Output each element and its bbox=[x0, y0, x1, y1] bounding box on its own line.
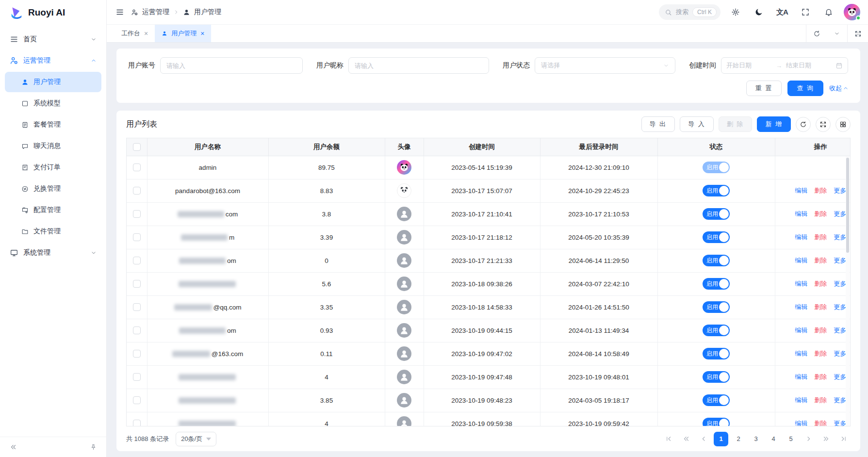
edit-link[interactable]: 编辑 bbox=[795, 280, 807, 287]
tab-workbench[interactable]: 工作台 × bbox=[115, 25, 155, 42]
jump-back-button[interactable] bbox=[679, 432, 693, 446]
more-link[interactable]: 更多 bbox=[834, 420, 846, 426]
pin-icon[interactable] bbox=[87, 441, 99, 454]
settings-gear-icon[interactable] bbox=[727, 4, 744, 20]
select-all-checkbox[interactable] bbox=[133, 143, 141, 151]
sidebar-subitem-package[interactable]: 套餐管理 bbox=[5, 114, 101, 135]
row-checkbox[interactable] bbox=[133, 280, 141, 288]
more-link[interactable]: 更多 bbox=[834, 257, 846, 264]
more-link[interactable]: 更多 bbox=[834, 396, 846, 404]
status-select[interactable]: 请选择 bbox=[535, 57, 675, 74]
delete-link[interactable]: 删除 bbox=[814, 373, 827, 380]
content-fullscreen-icon[interactable] bbox=[848, 25, 868, 42]
sidebar-item-operations[interactable]: 运营管理 bbox=[5, 50, 101, 71]
delete-link[interactable]: 删除 bbox=[814, 326, 827, 334]
refresh-table-icon[interactable] bbox=[796, 117, 811, 132]
more-link[interactable]: 更多 bbox=[834, 303, 846, 310]
brand[interactable]: Ruoyi AI bbox=[0, 0, 106, 25]
edit-link[interactable]: 编辑 bbox=[795, 187, 807, 194]
row-checkbox[interactable] bbox=[133, 163, 141, 171]
tab-user-management[interactable]: 用户管理 × bbox=[155, 25, 211, 42]
page-size-select[interactable]: 20条/页 bbox=[176, 432, 216, 446]
chevron-down-icon[interactable] bbox=[827, 25, 847, 42]
sidebar-subitem-order[interactable]: 支付订单 bbox=[5, 157, 101, 178]
jump-forward-button[interactable] bbox=[819, 432, 833, 446]
sidebar-subitem-config[interactable]: 配置管理 bbox=[5, 200, 101, 220]
row-checkbox[interactable] bbox=[133, 373, 141, 381]
sidebar-subitem-exchange[interactable]: 兑换管理 bbox=[5, 179, 101, 199]
collapse-filters-link[interactable]: 收起 bbox=[829, 84, 849, 93]
row-checkbox[interactable] bbox=[133, 210, 141, 218]
table-fullscreen-icon[interactable] bbox=[816, 117, 831, 132]
next-page-button[interactable] bbox=[801, 432, 816, 446]
page-button-4[interactable]: 4 bbox=[766, 432, 781, 446]
language-translate-icon[interactable]: 文A bbox=[774, 4, 790, 20]
sidebar-item-home[interactable]: 首页 bbox=[5, 29, 101, 49]
delete-link[interactable]: 删除 bbox=[814, 396, 827, 404]
status-toggle[interactable]: 启用 bbox=[703, 418, 730, 426]
edit-link[interactable]: 编辑 bbox=[795, 326, 807, 334]
edit-link[interactable]: 编辑 bbox=[795, 373, 807, 380]
row-checkbox[interactable] bbox=[133, 303, 141, 311]
status-toggle[interactable]: 启用 bbox=[703, 394, 730, 406]
page-button-3[interactable]: 3 bbox=[749, 432, 763, 446]
collapse-sidebar-button[interactable] bbox=[7, 441, 19, 454]
import-button[interactable]: 导 入 bbox=[680, 116, 714, 132]
delete-button[interactable]: 删 除 bbox=[719, 116, 753, 132]
page-button-2[interactable]: 2 bbox=[731, 432, 746, 446]
status-toggle[interactable]: 启用 bbox=[703, 255, 730, 266]
table-scrollbar[interactable] bbox=[846, 156, 850, 426]
delete-link[interactable]: 删除 bbox=[814, 210, 827, 217]
sidebar-item-system[interactable]: 系统管理 bbox=[5, 243, 101, 263]
more-link[interactable]: 更多 bbox=[834, 210, 846, 217]
edit-link[interactable]: 编辑 bbox=[795, 210, 807, 217]
more-link[interactable]: 更多 bbox=[834, 280, 846, 287]
edit-link[interactable]: 编辑 bbox=[795, 303, 807, 310]
delete-link[interactable]: 删除 bbox=[814, 233, 827, 241]
date-range-picker[interactable]: 开始日期 → 结束日期 bbox=[721, 57, 848, 74]
add-button[interactable]: 新 增 bbox=[757, 116, 791, 132]
row-checkbox[interactable] bbox=[133, 187, 141, 195]
reset-button[interactable]: 重 置 bbox=[746, 81, 782, 96]
more-link[interactable]: 更多 bbox=[834, 233, 846, 241]
hamburger-menu-icon[interactable] bbox=[115, 8, 124, 16]
dark-mode-moon-icon[interactable] bbox=[751, 4, 767, 20]
account-input[interactable] bbox=[160, 57, 303, 74]
sidebar-subitem-folder[interactable]: 文件管理 bbox=[5, 221, 101, 242]
previous-page-button[interactable] bbox=[696, 432, 711, 446]
sidebar-subitem-user[interactable]: 用户管理 bbox=[5, 72, 101, 92]
more-link[interactable]: 更多 bbox=[834, 350, 846, 357]
row-checkbox[interactable] bbox=[133, 420, 141, 426]
row-checkbox[interactable] bbox=[133, 396, 141, 404]
delete-link[interactable]: 删除 bbox=[814, 350, 827, 357]
status-toggle[interactable]: 启用 bbox=[703, 162, 730, 173]
status-toggle[interactable]: 启用 bbox=[703, 348, 730, 359]
user-avatar[interactable] bbox=[844, 4, 860, 20]
row-checkbox[interactable] bbox=[133, 257, 141, 264]
delete-link[interactable]: 删除 bbox=[814, 420, 827, 426]
sidebar-subitem-chat[interactable]: 聊天消息 bbox=[5, 136, 101, 156]
status-toggle[interactable]: 启用 bbox=[703, 278, 730, 290]
query-button[interactable]: 查 询 bbox=[787, 81, 823, 96]
edit-link[interactable]: 编辑 bbox=[795, 257, 807, 264]
nickname-input[interactable] bbox=[348, 57, 489, 74]
breadcrumb-parent[interactable]: 运营管理 bbox=[142, 8, 169, 16]
status-toggle[interactable]: 启用 bbox=[703, 231, 730, 243]
status-toggle[interactable]: 启用 bbox=[703, 301, 730, 313]
more-link[interactable]: 更多 bbox=[834, 326, 846, 334]
page-button-5[interactable]: 5 bbox=[784, 432, 798, 446]
row-checkbox[interactable] bbox=[133, 233, 141, 241]
edit-link[interactable]: 编辑 bbox=[795, 350, 807, 357]
more-link[interactable]: 更多 bbox=[834, 373, 846, 380]
sidebar-subitem-model[interactable]: 系统模型 bbox=[5, 93, 101, 114]
close-icon[interactable]: × bbox=[200, 30, 204, 37]
fullscreen-icon[interactable] bbox=[797, 4, 814, 20]
status-toggle[interactable]: 启用 bbox=[703, 185, 730, 196]
delete-link[interactable]: 删除 bbox=[814, 257, 827, 264]
close-icon[interactable]: × bbox=[144, 30, 148, 37]
notifications-bell-icon[interactable] bbox=[820, 4, 837, 20]
first-page-button[interactable] bbox=[661, 432, 676, 446]
status-toggle[interactable]: 启用 bbox=[703, 208, 730, 220]
column-settings-icon[interactable] bbox=[835, 117, 851, 132]
status-toggle[interactable]: 启用 bbox=[703, 325, 730, 336]
